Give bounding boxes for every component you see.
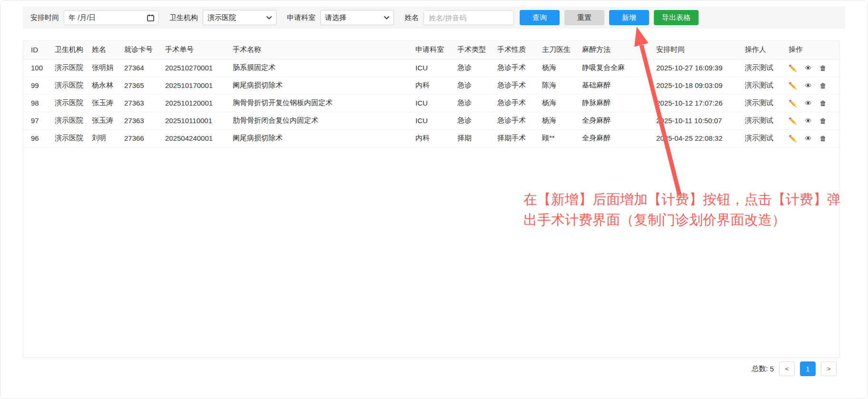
cell-order_no: 202510270001 — [158, 59, 225, 77]
search-button[interactable]: 查询 — [520, 10, 560, 25]
reset-button[interactable]: 重置 — [564, 10, 604, 25]
org-select-value: 演示医院 — [207, 13, 236, 22]
delete-icon[interactable]: 🗑 — [819, 135, 826, 142]
cell-nature: 急诊手术 — [490, 94, 534, 112]
cell-operator: 演示测试 — [737, 59, 781, 77]
cell-dept: 内科 — [408, 77, 450, 94]
name-filter-label: 姓名 — [404, 13, 419, 22]
cell-org: 演示医院 — [47, 59, 84, 77]
delete-icon[interactable]: 🗑 — [819, 82, 826, 89]
column-header-2: 姓名 — [84, 41, 117, 59]
cell-org: 演示医院 — [47, 94, 84, 112]
cell-surgeon: 杨海 — [534, 59, 574, 77]
cell-time: 2025-10-18 09:03:09 — [649, 77, 737, 94]
page-1-button[interactable]: 1 — [800, 361, 816, 376]
cell-name: 刘明 — [84, 129, 117, 147]
cell-surgery: 阑尾病损切除术 — [225, 77, 408, 94]
view-icon[interactable]: 👁 — [805, 99, 811, 107]
table-row: 100演示医院张明娟27364202510270001肠系膜固定术ICU急诊急诊… — [23, 59, 839, 77]
column-header-5: 手术名称 — [225, 41, 408, 59]
column-header-12: 操作人 — [737, 41, 781, 59]
delete-icon[interactable]: 🗑 — [819, 99, 826, 107]
view-icon[interactable]: 👁 — [805, 117, 811, 125]
cell-actions: ✏️👁🗑 — [781, 59, 839, 77]
delete-icon[interactable]: 🗑 — [819, 117, 826, 125]
cell-id: 96 — [23, 129, 47, 147]
cell-type: 急诊 — [450, 77, 490, 94]
date-input[interactable]: 年 /月/日 — [64, 10, 159, 25]
cell-actions: ✏️👁🗑 — [781, 77, 839, 94]
edit-icon[interactable]: ✏️ — [789, 135, 797, 142]
cell-order_no: 202510120001 — [158, 94, 225, 112]
cell-nature: 急诊手术 — [490, 77, 534, 94]
date-input-value: 年 /月/日 — [69, 13, 96, 22]
table-row: 96演示医院刘明27366202504240001阑尾病损切除术内科择期择期手术… — [23, 129, 839, 147]
total-count-label: 总数: — [751, 364, 768, 373]
cell-dept: ICU — [408, 94, 450, 112]
column-header-6: 申请科室 — [408, 41, 450, 59]
chevron-down-icon — [266, 16, 272, 19]
column-header-1: 卫生机构 — [47, 41, 84, 59]
dept-select[interactable]: 请选择 — [320, 10, 394, 25]
org-select[interactable]: 演示医院 — [203, 10, 276, 25]
cell-name: 张玉涛 — [84, 112, 117, 129]
edit-icon[interactable]: ✏️ — [789, 64, 797, 72]
cell-surgery: 胸骨骨折切开复位钢板内固定术 — [225, 94, 408, 112]
edit-icon[interactable]: ✏️ — [789, 82, 797, 89]
next-page-button[interactable]: > — [821, 361, 837, 376]
cell-name: 张玉涛 — [84, 94, 117, 112]
delete-icon[interactable]: 🗑 — [819, 64, 826, 72]
chevron-down-icon — [384, 16, 389, 19]
column-header-0: ID — [23, 41, 47, 59]
cell-type: 择期 — [450, 129, 490, 147]
cell-actions: ✏️👁🗑 — [781, 129, 839, 147]
cell-type: 急诊 — [450, 94, 490, 112]
table-row: 97演示医院张玉涛27363202510110001肋骨骨折闭合复位内固定术IC… — [23, 112, 839, 129]
view-icon[interactable]: 👁 — [805, 82, 811, 89]
cell-name: 杨永林 — [84, 77, 117, 94]
column-header-11: 安排时间 — [649, 41, 737, 59]
cell-time: 2025-04-25 22:08:32 — [649, 129, 737, 147]
add-button[interactable]: 新增 — [609, 10, 649, 25]
cell-type: 急诊 — [450, 112, 490, 129]
cell-surgery: 肋骨骨折闭合复位内固定术 — [225, 112, 408, 129]
view-icon[interactable]: 👁 — [805, 135, 811, 142]
org-filter-label: 卫生机构 — [169, 13, 198, 22]
name-input[interactable] — [424, 10, 514, 25]
cell-order_no: 202510110001 — [158, 112, 225, 129]
cell-surgery: 阑尾病损切除术 — [225, 129, 408, 147]
cell-actions: ✏️👁🗑 — [781, 112, 839, 129]
cell-time: 2025-10-27 16:09:39 — [649, 59, 737, 77]
column-header-7: 手术类型 — [450, 41, 490, 59]
cell-dept: ICU — [408, 59, 450, 77]
cell-card_no: 27364 — [117, 59, 158, 77]
surgery-table: ID卫生机构姓名就诊卡号手术单号手术名称申请科室手术类型手术性质主刀医生麻醉方法… — [23, 41, 839, 147]
edit-icon[interactable]: ✏️ — [789, 117, 797, 125]
cell-time: 2025-10-12 17:07:26 — [649, 94, 737, 112]
view-icon[interactable]: 👁 — [805, 64, 811, 72]
date-filter-label: 安排时间 — [30, 13, 59, 22]
cell-surgeon: 顾** — [534, 129, 574, 147]
prev-page-button[interactable]: < — [779, 361, 795, 376]
cell-id: 99 — [23, 77, 47, 94]
cell-type: 急诊 — [450, 59, 490, 77]
edit-icon[interactable]: ✏️ — [789, 99, 797, 107]
table-row: 99演示医院杨永林27365202510170001阑尾病损切除术内科急诊急诊手… — [23, 77, 839, 94]
cell-surgeon: 陈海 — [534, 77, 574, 94]
column-header-9: 主刀医生 — [534, 41, 574, 59]
cell-operator: 演示测试 — [737, 112, 781, 129]
total-count-value: 5 — [770, 365, 774, 373]
cell-operator: 演示测试 — [737, 129, 781, 147]
calendar-icon[interactable] — [147, 14, 154, 21]
column-header-10: 麻醉方法 — [574, 41, 649, 59]
column-header-8: 手术性质 — [490, 41, 534, 59]
cell-order_no: 202504240001 — [158, 129, 225, 147]
export-button[interactable]: 导出表格 — [654, 10, 699, 25]
cell-name: 张明娟 — [84, 59, 117, 77]
cell-card_no: 27363 — [117, 94, 158, 112]
table-header-row: ID卫生机构姓名就诊卡号手术单号手术名称申请科室手术类型手术性质主刀医生麻醉方法… — [23, 41, 839, 59]
cell-dept: 内科 — [408, 129, 450, 147]
column-header-4: 手术单号 — [158, 41, 225, 59]
pagination: 总数: 5 < 1 > — [751, 361, 837, 376]
column-header-13: 操作 — [781, 41, 839, 59]
